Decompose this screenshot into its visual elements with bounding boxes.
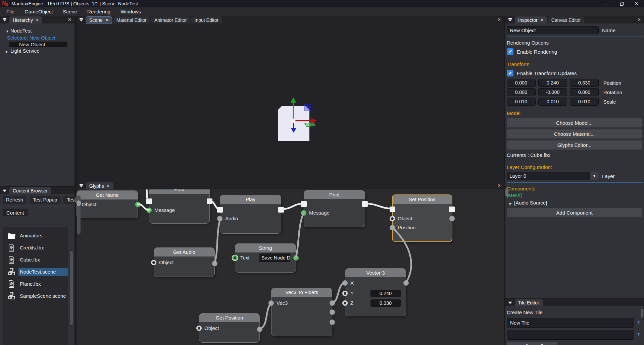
tab-glyphs[interactable]: Glyphs✕ — [86, 182, 113, 189]
collapse-arrow-icon[interactable]: ▶ — [6, 49, 10, 55]
data-pin-out-y[interactable] — [330, 309, 335, 315]
menu-scene[interactable]: Scene — [58, 7, 82, 16]
refresh-button[interactable]: Refresh — [3, 196, 27, 204]
node-get-audio[interactable]: Get AudioObject — [154, 247, 215, 277]
close-button[interactable] — [629, 0, 644, 7]
tab-inspector[interactable]: Inspector✕ — [515, 16, 547, 23]
tab-input-editor[interactable]: Input Editor — [191, 16, 222, 23]
data-pin-out[interactable] — [257, 327, 262, 332]
transform-value-field[interactable]: 0.330 — [570, 79, 599, 87]
node-title[interactable]: String — [235, 244, 296, 252]
data-pin-position[interactable] — [390, 225, 395, 230]
data-pin-x[interactable] — [342, 280, 348, 286]
exec-pin-exec-in[interactable] — [301, 201, 307, 207]
tab-close-icon[interactable]: ✕ — [105, 17, 109, 23]
file-item[interactable]: Animators — [3, 230, 68, 242]
add-component-button[interactable]: Add Component — [507, 208, 642, 217]
data-pin-y[interactable] — [342, 291, 348, 296]
tab-material-editor[interactable]: Material Editor — [113, 16, 150, 23]
component-mesh[interactable]: [Mesh] — [507, 192, 643, 199]
minimize-button[interactable] — [600, 0, 614, 7]
tab-hierarchy[interactable]: Hierarchy✕ — [9, 16, 42, 23]
tab-tile-editor[interactable]: Tile Editor — [515, 299, 543, 306]
node-set-position[interactable]: Set PositionObjectPosition — [392, 194, 452, 242]
data-pin-object[interactable] — [196, 326, 202, 331]
data-pin-out[interactable] — [212, 261, 217, 266]
node-field-z[interactable]: 0.330 — [370, 299, 401, 307]
collapse-arrow-icon[interactable]: ▶ — [509, 200, 514, 207]
window-menu-icon[interactable] — [507, 299, 513, 306]
node-vector-3[interactable]: Vector 3XYZ0.2400.330 — [345, 268, 406, 316]
transform-value-field[interactable]: 0.000 — [507, 88, 536, 96]
tab-scene[interactable]: Scene✕ — [86, 16, 112, 23]
tile-editor-scrollbar-grip[interactable] — [641, 309, 643, 318]
transform-value-field[interactable]: 0.010 — [538, 98, 567, 106]
data-pin-message[interactable] — [146, 208, 152, 213]
exec-pin-exec-in[interactable] — [390, 207, 395, 212]
node-title[interactable]: Vector 3 — [345, 269, 406, 277]
tree-node-light-service[interactable]: ▶Light Service — [0, 48, 75, 55]
file-item[interactable]: NodeTest.scene — [3, 266, 68, 278]
data-pin-out[interactable] — [403, 280, 409, 286]
data-pin-object[interactable] — [390, 216, 395, 221]
content-path-button[interactable]: Content — [3, 209, 28, 216]
tile-name-input[interactable] — [507, 318, 634, 328]
menu-windows[interactable]: Windows — [115, 7, 146, 16]
dropdown-arrow-icon[interactable]: ▼ — [590, 172, 599, 180]
save-tile-button[interactable]: Save Tile to Library — [507, 342, 557, 345]
node-play[interactable]: PlayAudio — [220, 195, 281, 234]
transform-value-field[interactable]: 0.010 — [507, 98, 536, 106]
data-pin-text[interactable] — [232, 255, 238, 261]
window-menu-icon[interactable] — [2, 187, 8, 194]
exec-pin-exec-out[interactable] — [278, 207, 284, 213]
window-menu-icon[interactable] — [78, 183, 85, 189]
menu-gameobject[interactable]: GameObject — [19, 7, 58, 16]
data-pin-out-z[interactable] — [330, 320, 335, 325]
node-title[interactable]: Get Audio — [154, 248, 214, 256]
data-pin-object[interactable] — [151, 260, 156, 265]
file-item[interactable]: Cube.fbx — [3, 254, 68, 266]
node-field-text[interactable]: Save Node Da — [259, 253, 290, 262]
node-vec3-to-floats[interactable]: Vec3 To FloatsVec3 — [271, 288, 332, 336]
exec-pin-exec-out[interactable] — [207, 198, 212, 204]
window-menu-icon[interactable] — [2, 17, 8, 23]
panel-close-icon[interactable]: ✕ — [497, 183, 501, 188]
tile-extra-input[interactable] — [507, 330, 634, 340]
test-popup-button[interactable]: Test Popup — [30, 196, 61, 204]
maximize-button[interactable] — [614, 0, 629, 7]
node-title[interactable]: Get Name — [77, 191, 138, 199]
tab-animator-editor[interactable]: Animator Editor — [151, 16, 190, 23]
panel-close-icon[interactable]: ✕ — [497, 17, 501, 22]
node-field-y[interactable]: 0.240 — [370, 290, 401, 297]
data-pin-vec3[interactable] — [268, 300, 274, 306]
exec-pin-exec-out[interactable] — [449, 207, 455, 212]
layer-dropdown[interactable]: Layer 0 ▼ — [507, 172, 599, 180]
exec-pin-exec-out[interactable] — [362, 201, 368, 207]
scrollbar-grip[interactable] — [70, 251, 73, 325]
expand-arrow-icon[interactable]: ▼ — [6, 28, 10, 35]
file-item[interactable]: SampleScene.scene — [3, 290, 68, 302]
file-item[interactable]: Credits.fbx — [3, 242, 68, 254]
tree-node-root[interactable]: ▼NodeTest — [0, 27, 75, 35]
node-print-2[interactable]: PrintMessage — [304, 190, 365, 227]
data-pin-audio[interactable] — [217, 216, 222, 221]
menu-rendering[interactable]: Rendering — [82, 7, 115, 16]
transform-value-field[interactable]: 0.010 — [570, 98, 599, 106]
content-browser-scrollbar[interactable] — [69, 228, 73, 345]
enable-rendering-checkbox[interactable]: ✔ — [507, 48, 513, 55]
node-get-position[interactable]: Get PositionObject — [199, 313, 260, 343]
panel-close-icon[interactable]: ✕ — [637, 17, 641, 22]
panel-splitter-grip[interactable] — [505, 188, 508, 196]
transform-value-field[interactable]: 0.240 — [538, 79, 567, 87]
enable-transform-checkbox[interactable]: ✔ — [507, 70, 513, 76]
window-menu-icon[interactable] — [507, 17, 513, 23]
node-title[interactable]: Get Position — [199, 313, 259, 322]
window-menu-icon[interactable] — [78, 17, 85, 23]
tab-close-icon[interactable]: ✕ — [36, 17, 39, 23]
tab-canvas-editor[interactable]: Canvas Editor — [548, 16, 584, 23]
glyphs-editor-button[interactable]: Glyphs Editor... — [507, 140, 642, 150]
node-get-name[interactable]: Get NameObject — [77, 190, 138, 218]
node-title[interactable]: Play — [220, 195, 281, 204]
component-audio-source[interactable]: ▶[Audio Source] — [507, 199, 643, 207]
object-name-input[interactable] — [507, 26, 599, 34]
